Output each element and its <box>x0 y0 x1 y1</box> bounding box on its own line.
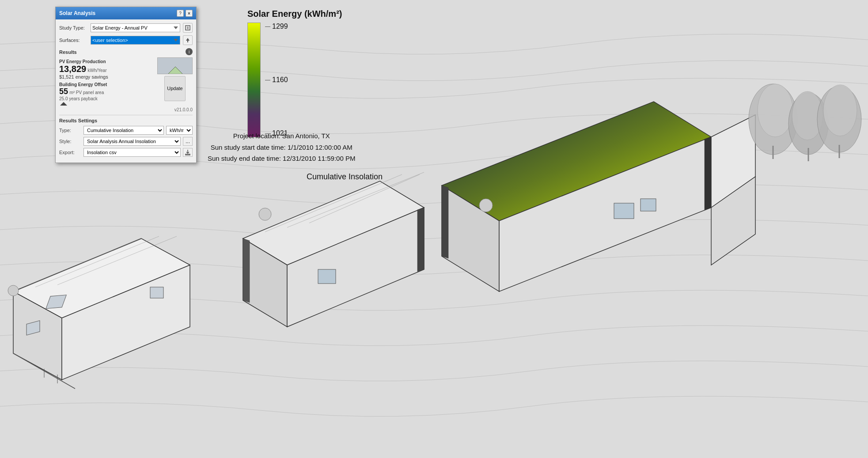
export-icon-btn[interactable] <box>183 148 193 157</box>
dialog-title: Solar Analysis <box>59 10 95 16</box>
style-dots-btn[interactable]: ... <box>183 137 193 146</box>
dialog-help-btn[interactable]: ? <box>177 10 184 17</box>
version-text: v21.0.0.0 <box>59 107 193 112</box>
surfaces-icon-btn[interactable] <box>183 35 193 45</box>
pv-savings: $1,521 energy savings <box>59 74 155 79</box>
pv-value-row: 13,829 kWh/Year <box>59 64 155 74</box>
export-select[interactable]: Insolation csv <box>83 148 181 157</box>
collapse-indicator[interactable] <box>60 102 67 106</box>
study-type-select[interactable]: Solar Energy - Annual PV <box>91 23 180 32</box>
style-label: Style: <box>59 139 81 144</box>
project-location: Project location: San Antonio, TX <box>208 130 355 142</box>
legend-mid-value: 1160 <box>272 76 288 84</box>
dialog-titlebar: Solar Analysis ? × <box>56 7 196 19</box>
svg-point-35 <box>758 84 793 137</box>
solar-analysis-dialog: Solar Analysis ? × Study Type: Solar Ene… <box>55 7 197 163</box>
building-unit: m² PV panel area <box>69 90 104 95</box>
info-text-block: Project location: San Antonio, TX Sun st… <box>208 130 355 164</box>
legend-color-bar <box>247 23 261 137</box>
building-payback: 25.0 years payback <box>59 96 155 101</box>
svg-marker-28 <box>705 137 711 210</box>
legend-labels: 1299 1160 1021 <box>265 23 288 137</box>
svg-point-29 <box>479 199 493 212</box>
building-section-label: Building Energy Offset <box>59 82 155 87</box>
svg-marker-22 <box>243 238 250 303</box>
svg-marker-27 <box>442 185 448 258</box>
legend-max-dash <box>265 26 270 27</box>
pv-section-label: PV Energy Production <box>59 59 155 64</box>
legend-max-label: 1299 <box>265 23 288 30</box>
svg-point-41 <box>823 85 857 136</box>
building-value-row: 55 m² PV panel area <box>59 87 155 96</box>
results-section: PV Energy Production 13,829 kWh/Year $1,… <box>59 57 193 101</box>
surfaces-select[interactable]: <user selection> <box>91 36 180 45</box>
svg-rect-20 <box>318 269 336 284</box>
study-type-label: Study Type: <box>59 25 88 30</box>
cumulative-label: Cumulative Insolation <box>234 172 455 182</box>
unit-select[interactable]: kWh/m² <box>166 126 193 135</box>
legend-title: Solar Energy (kWh/m²) <box>247 9 342 19</box>
legend-max-value: 1299 <box>272 23 288 30</box>
results-header: Results <box>59 49 77 55</box>
study-type-icon-btn[interactable] <box>183 23 193 33</box>
study-type-row: Study Type: Solar Energy - Annual PV <box>59 23 193 33</box>
svg-point-21 <box>259 208 271 220</box>
results-info-icon[interactable]: i <box>186 48 193 55</box>
svg-rect-30 <box>614 203 634 219</box>
surfaces-row: Surfaces: <user selection> <box>59 35 193 45</box>
results-thumbnail <box>157 57 193 74</box>
end-date: Sun study end date time: 12/31/2010 11:5… <box>208 153 355 164</box>
dialog-close-btn[interactable]: × <box>186 10 193 17</box>
legend-mid-label: 1160 <box>265 76 288 84</box>
type-label: Type: <box>59 128 81 133</box>
building-value: 55 <box>59 87 68 96</box>
export-row: Export: Insolation csv <box>59 148 193 157</box>
svg-rect-6 <box>150 287 163 298</box>
style-row: Style: Solar Analysis Annual Insolation … <box>59 137 193 146</box>
svg-marker-23 <box>417 208 424 272</box>
divider <box>59 115 193 115</box>
svg-rect-31 <box>641 199 656 211</box>
export-label: Export: <box>59 150 81 155</box>
type-row: Type: Cumulative Insolation kWh/m² <box>59 126 193 135</box>
svg-point-10 <box>8 285 19 296</box>
legend-mid-dash <box>265 80 270 80</box>
legend-panel: Solar Energy (kWh/m²) 1299 1160 1021 <box>247 9 342 137</box>
results-left: PV Energy Production 13,829 kWh/Year $1,… <box>59 57 155 101</box>
update-button[interactable]: Update <box>164 76 186 101</box>
pv-unit: kWh/Year <box>88 68 107 73</box>
surfaces-label: Surfaces: <box>59 38 88 43</box>
start-date: Sun study start date time: 1/1/2010 12:0… <box>208 142 355 153</box>
legend-bar-container: 1299 1160 1021 <box>247 23 288 137</box>
dialog-controls: ? × <box>177 10 193 17</box>
pv-value: 13,829 <box>59 64 86 74</box>
results-settings-label: Results Settings <box>59 118 193 123</box>
dialog-body: Study Type: Solar Energy - Annual PV Sur… <box>56 19 196 163</box>
style-select[interactable]: Solar Analysis Annual Insolation <box>83 137 181 146</box>
type-select[interactable]: Cumulative Insolation <box>83 126 164 135</box>
